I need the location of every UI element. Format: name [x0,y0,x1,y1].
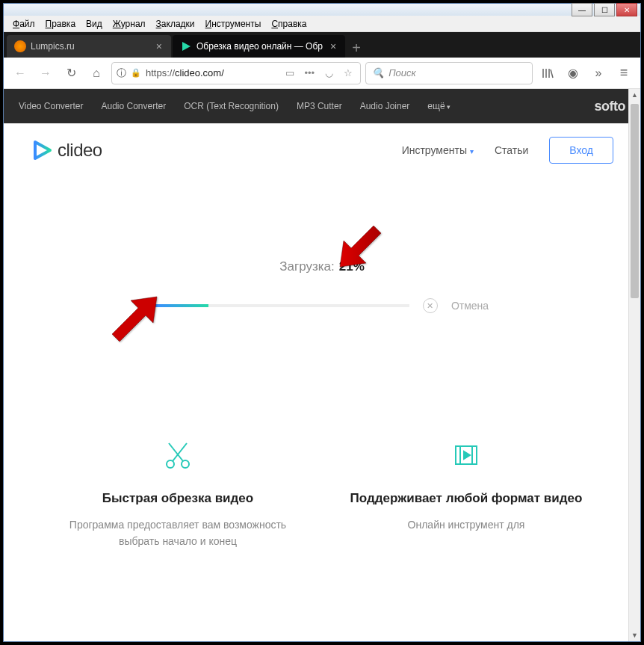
softo-link[interactable]: Audio Joiner [360,101,410,111]
page-content: Video Converter Audio Converter OCR (Tex… [4,89,640,641]
softo-link[interactable]: MP3 Cutter [297,101,342,111]
new-tab-button[interactable]: + [347,38,366,58]
svg-marker-5 [35,142,50,158]
softo-more[interactable]: ещё▾ [427,101,450,111]
video-format-icon [337,433,595,478]
feature-desc: Программа предоставляет вам возможность … [49,516,307,550]
softo-topbar: Video Converter Audio Converter OCR (Tex… [4,89,640,123]
feature-title: Поддерживает любой формат видео [337,491,595,506]
svg-marker-0 [182,42,191,51]
svg-line-10 [173,443,187,461]
svg-marker-15 [464,451,470,459]
feature-desc: Онлайн инструмент для [337,516,595,533]
bookmark-star-icon[interactable]: ☆ [341,67,356,78]
feature-card: Быстрая обрезка видео Программа предоста… [49,433,307,550]
tab-title: Обрезка видео онлайн — Обр [196,41,323,52]
url-text: https://clideo.com/ [146,67,278,78]
menu-help[interactable]: Справка [267,17,311,30]
browser-tabstrip: Lumpics.ru × Обрезка видео онлайн — Обр … [4,32,640,58]
svg-point-9 [182,460,189,468]
address-bar[interactable]: ⓘ 🔒 https://clideo.com/ ▭ ••• ◡ ☆ [111,62,361,84]
menu-tools[interactable]: Инструменты [201,17,266,30]
scroll-down-icon[interactable]: ▼ [629,629,640,641]
softo-link[interactable]: Audio Converter [102,101,167,111]
info-icon[interactable]: ⓘ [117,67,126,80]
search-icon: 🔍 [372,67,384,78]
features-section: Быстрая обрезка видео Программа предоста… [4,403,640,550]
library-icon[interactable] [537,63,558,84]
clideo-logo[interactable]: clideo [31,139,102,161]
scissors-icon [49,433,307,478]
softo-link[interactable]: OCR (Text Recognition) [184,101,279,111]
tab-title: Lumpics.ru [31,41,149,52]
search-placeholder: Поиск [388,67,416,78]
favicon-icon [180,40,192,52]
tracking-icon[interactable]: ◡ [322,67,336,78]
menu-bookmarks[interactable]: Закладки [152,17,199,30]
tab-close-button[interactable]: × [153,40,165,52]
cancel-label[interactable]: Отмена [451,300,489,312]
reload-button[interactable]: ↻ [61,63,81,84]
svg-line-4 [551,70,553,78]
favicon-icon [14,40,26,52]
progress-fill [155,304,208,307]
cancel-button[interactable]: ✕ [423,298,438,313]
brand-text: clideo [58,140,102,161]
feature-title: Быстрая обрезка видео [49,491,307,506]
reader-mode-icon[interactable]: ▭ [282,67,297,78]
menu-view[interactable]: Вид [81,17,107,30]
svg-line-11 [169,443,183,461]
softo-logo[interactable]: softo [595,99,626,114]
svg-point-8 [167,460,174,468]
feature-card: Поддерживает любой формат видео Онлайн и… [337,433,595,550]
browser-tab[interactable]: Обрезка видео онлайн — Обр × [173,35,345,58]
nav-articles[interactable]: Статьи [495,144,528,156]
home-button[interactable]: ⌂ [86,63,107,84]
page-actions-icon[interactable]: ••• [302,67,318,78]
back-button[interactable]: ← [10,63,31,84]
browser-window: — ☐ ✕ Файл Правка Вид Журнал Закладки Ин… [3,3,641,642]
softo-link[interactable]: Video Converter [19,101,84,111]
browser-tab[interactable]: Lumpics.ru × [7,35,171,58]
progress-bar [155,304,409,307]
nav-tools[interactable]: Инструменты▾ [402,144,474,156]
menu-history[interactable]: Журнал [108,17,150,30]
window-minimize-button[interactable]: — [572,3,592,16]
vertical-scrollbar[interactable]: ▲ ▼ [628,89,640,641]
scroll-up-icon[interactable]: ▲ [629,89,640,101]
extension-icon[interactable]: ◉ [563,63,583,84]
browser-menubar: Файл Правка Вид Журнал Закладки Инструме… [4,16,640,32]
site-header: clideo Инструменты▾ Статьи Вход [4,123,640,177]
window-titlebar: — ☐ ✕ [4,4,640,16]
menu-icon[interactable]: ≡ [613,63,634,84]
forward-button[interactable]: → [35,63,56,84]
upload-section: Загрузка:21% ✕ Отмена [4,177,640,403]
menu-file[interactable]: Файл [8,17,40,30]
upload-status: Загрузка:21% [4,259,640,274]
search-box[interactable]: 🔍 Поиск [365,62,533,84]
browser-toolbar: ← → ↻ ⌂ ⓘ 🔒 https://clideo.com/ ▭ ••• ◡ … [4,58,640,89]
login-button[interactable]: Вход [549,137,613,164]
window-close-button[interactable]: ✕ [616,3,637,16]
menu-edit[interactable]: Правка [41,17,81,30]
tab-close-button[interactable]: × [327,40,339,52]
overflow-icon[interactable]: » [588,63,609,84]
window-maximize-button[interactable]: ☐ [594,3,615,16]
lock-icon: 🔒 [131,68,141,78]
scroll-thumb[interactable] [631,104,639,298]
